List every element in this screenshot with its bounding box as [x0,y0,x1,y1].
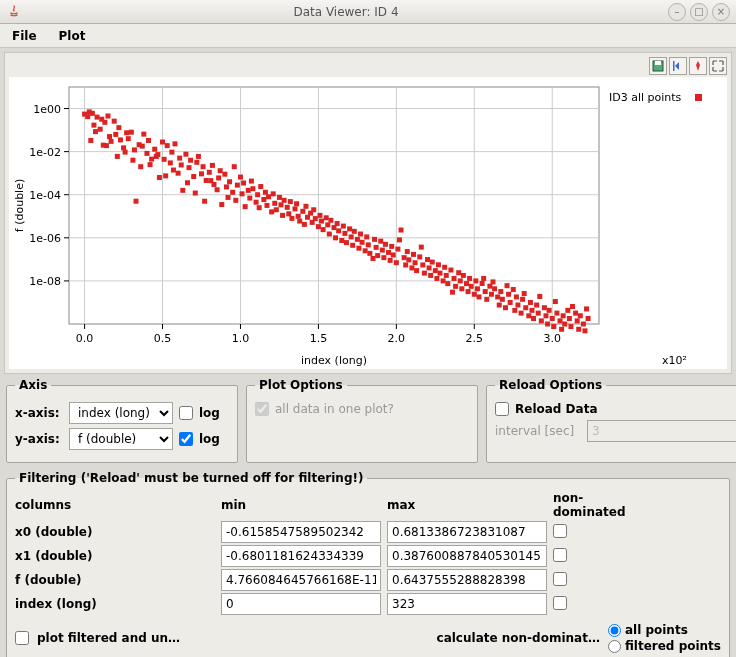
svg-rect-182 [347,226,352,231]
svg-rect-106 [199,171,204,176]
reload-legend: Reload Options [495,378,606,392]
calc-nondom-label: calculate non-dominat… [437,631,600,645]
radio-filtered-label[interactable]: filtered points [625,639,721,653]
radio-all-points[interactable] [608,624,621,637]
svg-rect-214 [409,265,414,270]
radio-all-label[interactable]: all points [625,623,688,637]
save-icon[interactable] [649,57,667,75]
svg-rect-68 [124,130,129,135]
svg-rect-290 [558,318,563,323]
svg-rect-291 [559,327,564,332]
svg-rect-226 [433,268,438,273]
menu-plot[interactable]: Plot [53,27,92,45]
expand-icon[interactable] [709,57,727,75]
filter-nondom-checkbox[interactable] [553,524,567,538]
svg-text:3.0: 3.0 [543,332,561,345]
svg-rect-137 [258,184,263,189]
filter-nondom-checkbox[interactable] [553,572,567,586]
svg-rect-175 [333,235,338,240]
svg-rect-117 [219,202,224,207]
chart-toolbar [9,57,727,75]
y-log-label[interactable]: log [199,432,220,446]
svg-rect-239 [458,278,463,283]
svg-rect-124 [233,198,238,203]
svg-rect-72 [132,147,137,152]
svg-rect-258 [495,294,500,299]
plot-filtered-checkbox[interactable] [15,631,29,645]
svg-text:1e00: 1e00 [33,103,61,116]
zoom-reset-icon[interactable] [669,57,687,75]
menu-file[interactable]: File [6,27,43,45]
svg-rect-301 [578,313,583,318]
svg-rect-260 [498,289,503,294]
y-log-checkbox[interactable] [179,432,193,446]
filter-nondom-checkbox[interactable] [553,596,567,610]
filter-nondom-checkbox[interactable] [553,548,567,562]
svg-rect-227 [434,276,439,281]
x-log-checkbox[interactable] [179,406,193,420]
svg-rect-51 [93,129,98,134]
maximize-button[interactable]: □ [690,3,708,21]
svg-rect-268 [514,294,519,299]
svg-rect-280 [537,294,542,299]
menubar: File Plot [0,24,736,48]
svg-rect-131 [247,196,252,201]
svg-rect-151 [286,211,291,216]
y-axis-select[interactable]: f (double) [69,428,173,450]
pin-icon[interactable] [689,57,707,75]
svg-rect-266 [511,287,516,292]
svg-rect-172 [327,232,332,237]
svg-rect-261 [500,297,505,302]
min-header: min [221,498,381,512]
reload-label[interactable]: Reload Data [515,402,598,416]
svg-rect-127 [240,191,245,196]
svg-rect-91 [169,150,174,155]
window-title: Data Viewer: ID 4 [28,5,664,19]
filter-min-field[interactable] [221,569,381,591]
svg-rect-187 [356,246,361,251]
close-button[interactable]: × [712,3,730,21]
svg-text:1e-06: 1e-06 [29,232,61,245]
svg-rect-207 [395,247,400,252]
svg-text:1e-08: 1e-08 [29,275,61,288]
svg-rect-173 [328,218,333,223]
filtering-legend: Filtering ('Reload' must be turned off f… [15,471,367,485]
svg-rect-213 [406,257,411,262]
x-log-label[interactable]: log [199,406,220,420]
svg-rect-304 [584,306,589,311]
filter-max-field[interactable] [387,545,547,567]
svg-rect-113 [211,182,216,187]
filter-min-field[interactable] [221,593,381,615]
filter-max-field[interactable] [387,593,547,615]
svg-rect-184 [350,243,355,248]
svg-rect-270 [519,311,524,316]
svg-rect-94 [176,171,181,176]
svg-rect-105 [196,154,201,159]
plot-filtered-label[interactable]: plot filtered and un… [37,631,217,645]
radio-filtered-points[interactable] [608,640,621,653]
filter-min-field[interactable] [221,545,381,567]
svg-rect-88 [163,173,168,178]
svg-rect-120 [226,195,231,200]
svg-rect-247 [473,278,478,283]
svg-rect-275 [528,300,533,305]
svg-text:0.5: 0.5 [154,332,172,345]
reload-checkbox[interactable] [495,402,509,416]
svg-rect-2 [673,61,675,71]
svg-rect-289 [554,311,559,316]
svg-text:f (double): f (double) [13,179,26,232]
x-axis-select[interactable]: index (long) [69,402,173,424]
svg-rect-305 [586,316,591,321]
svg-rect-115 [216,175,221,180]
filter-max-field[interactable] [387,521,547,543]
filter-max-field[interactable] [387,569,547,591]
filter-min-field[interactable] [221,521,381,543]
minimize-button[interactable]: – [668,3,686,21]
svg-text:2.0: 2.0 [388,332,406,345]
svg-rect-132 [249,179,254,184]
plot-options-legend: Plot Options [255,378,347,392]
svg-rect-77 [141,132,146,137]
svg-text:1.0: 1.0 [232,332,250,345]
svg-rect-128 [241,181,246,186]
svg-rect-134 [254,200,259,205]
